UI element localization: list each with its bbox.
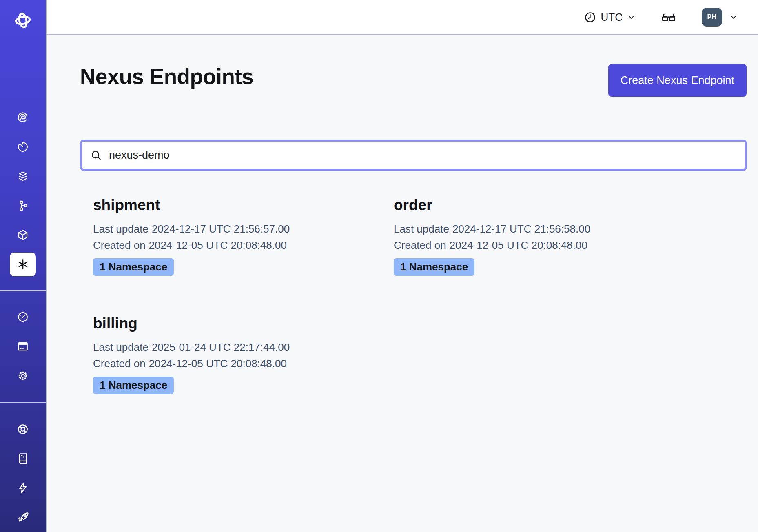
sidebar-item-whats-new[interactable]	[0, 473, 46, 503]
endpoint-card-order[interactable]: order Last update2024-12-17 UTC 21:56:58…	[394, 197, 683, 276]
support-lifebuoy-icon	[17, 423, 29, 435]
reader-mode-button[interactable]	[661, 9, 676, 25]
glasses-icon	[661, 9, 676, 25]
endpoint-created: Created on2024-12-05 UTC 20:08:48.00	[93, 237, 383, 253]
sidebar-item-billing[interactable]	[0, 332, 46, 361]
sidebar-item-docs[interactable]	[0, 444, 46, 473]
sidebar-item-getting-started[interactable]	[0, 503, 46, 532]
sidebar-item-schedules[interactable]	[0, 132, 46, 162]
sidebar-item-support[interactable]	[0, 415, 46, 444]
sidebar-item-nexus[interactable]	[0, 250, 46, 279]
sidebar-item-deployments[interactable]	[0, 162, 46, 191]
page-title: Nexus Endpoints	[80, 64, 253, 89]
endpoint-last-update: Last update2025-01-24 UTC 22:17:44.00	[93, 339, 383, 355]
timezone-selector[interactable]: UTC	[584, 11, 636, 24]
sidebar-divider	[0, 402, 46, 403]
endpoint-last-update: Last update2024-12-17 UTC 21:56:58.00	[394, 221, 683, 237]
main-content: Nexus Endpoints Create Nexus Endpoint sh…	[47, 35, 758, 532]
user-menu[interactable]: PH	[702, 8, 738, 27]
schedules-timer-icon	[17, 141, 29, 153]
timezone-label: UTC	[601, 11, 623, 24]
namespaces-cube-icon	[17, 229, 29, 241]
endpoint-name: billing	[93, 315, 383, 332]
sidebar	[0, 0, 47, 532]
temporal-logo[interactable]	[13, 11, 33, 31]
endpoint-search-box	[80, 140, 747, 171]
endpoint-last-update: Last update2024-12-17 UTC 21:56:57.00	[93, 221, 383, 237]
sidebar-group-account	[0, 302, 46, 390]
create-nexus-endpoint-button[interactable]: Create Nexus Endpoint	[608, 64, 747, 97]
usage-gauge-icon	[17, 311, 29, 323]
settings-gear-icon	[17, 370, 29, 382]
clock-icon	[584, 11, 596, 24]
chevron-down-icon	[729, 12, 738, 22]
sidebar-item-namespaces[interactable]	[0, 220, 46, 250]
sidebar-divider	[0, 290, 46, 291]
search-icon	[90, 149, 102, 161]
sidebar-item-batch-operations[interactable]	[0, 191, 46, 220]
active-item-highlight	[10, 253, 36, 276]
namespace-count-badge: 1 Namespace	[93, 258, 174, 276]
batch-operations-tree-icon	[17, 200, 29, 212]
billing-card-icon	[17, 340, 29, 352]
sidebar-group-help	[0, 415, 46, 532]
endpoint-created: Created on2024-12-05 UTC 20:08:48.00	[93, 355, 383, 372]
sidebar-group-main	[0, 103, 46, 279]
sidebar-item-workflows[interactable]	[0, 103, 46, 132]
endpoint-created: Created on2024-12-05 UTC 20:08:48.00	[394, 237, 683, 253]
namespace-count-badge: 1 Namespace	[93, 377, 174, 394]
sidebar-item-usage[interactable]	[0, 302, 46, 332]
chevron-down-icon	[627, 13, 636, 22]
avatar: PH	[702, 8, 722, 27]
getting-started-rocket-icon	[17, 511, 29, 523]
deployments-layers-icon	[17, 170, 29, 182]
docs-book-icon	[17, 452, 29, 465]
endpoint-name: order	[394, 197, 683, 214]
workflows-spiral-icon	[17, 111, 29, 124]
sidebar-item-settings[interactable]	[0, 361, 46, 390]
search-input[interactable]	[109, 149, 737, 162]
namespace-count-badge: 1 Namespace	[394, 258, 474, 276]
nexus-asterisk-icon	[17, 258, 29, 270]
updates-lightning-icon	[17, 482, 29, 494]
endpoint-card-shipment[interactable]: shipment Last update2024-12-17 UTC 21:56…	[93, 197, 383, 276]
topbar: UTC PH	[47, 0, 758, 35]
endpoint-name: shipment	[93, 197, 383, 214]
endpoint-card-billing[interactable]: billing Last update2025-01-24 UTC 22:17:…	[93, 315, 383, 394]
